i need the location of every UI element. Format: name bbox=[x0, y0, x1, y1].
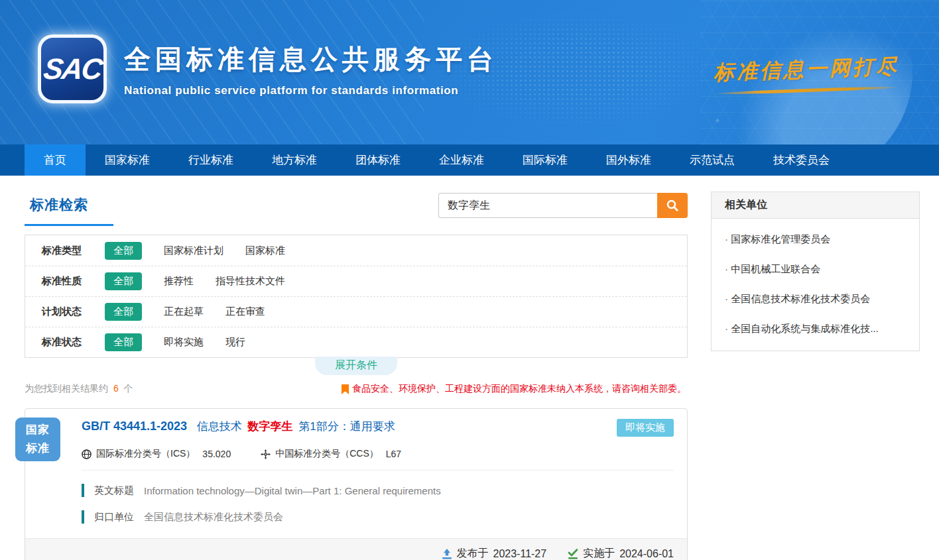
standard-code: GB/T 43441.1-2023 bbox=[82, 420, 187, 433]
main-nav: 首页 国家标准 行业标准 地方标准 团体标准 企业标准 国际标准 国外标准 示范… bbox=[0, 144, 939, 176]
content-area: 标准检索 标准类型 全部 国家标准计划 国家标准 bbox=[0, 176, 939, 560]
compass-icon bbox=[261, 449, 271, 459]
filter-row-plan-status: 计划状态 全部 正在起草 正在审查 bbox=[25, 296, 687, 327]
filter-label: 标准性质 bbox=[42, 275, 105, 288]
card-footer: 发布于 2023-11-27 实施于 2024-06-01 bbox=[25, 538, 687, 560]
slogan-text: 标准信息一网打尽 bbox=[713, 52, 899, 87]
related-unit-link[interactable]: 中国机械工业联合会 bbox=[712, 254, 919, 284]
search-section: 标准检索 bbox=[25, 192, 688, 226]
type-badge-line1: 国家 bbox=[15, 421, 60, 439]
result-count-suffix: 个 bbox=[124, 383, 133, 394]
filter-option[interactable]: 即将实施 bbox=[164, 336, 204, 349]
filter-panel: 标准类型 全部 国家标准计划 国家标准 标准性质 全部 推荐性 指导性技术文件 … bbox=[25, 235, 688, 358]
site-title-group: 全国标准信息公共服务平台 National public service pla… bbox=[124, 41, 498, 97]
expand-conditions-button[interactable]: 展开条件 bbox=[315, 357, 397, 375]
result-count-prefix: 为您找到相关结果约 bbox=[25, 383, 108, 394]
english-title-row: 英文标题 Information technology—Digital twin… bbox=[82, 484, 674, 497]
ccs-value: L67 bbox=[386, 449, 401, 459]
nav-item-group-standard[interactable]: 团体标准 bbox=[336, 144, 420, 176]
main-column: 标准检索 标准类型 全部 国家标准计划 国家标准 bbox=[25, 192, 688, 560]
related-unit-link[interactable]: 国家标准化管理委员会 bbox=[712, 225, 919, 254]
filter-option[interactable]: 国家标准 bbox=[245, 245, 285, 257]
publish-upload-icon bbox=[442, 549, 452, 559]
type-badge-line2: 标准 bbox=[15, 439, 60, 458]
search-box bbox=[438, 193, 688, 218]
related-unit-link[interactable]: 全国信息技术标准化技术委员会 bbox=[712, 284, 919, 314]
filter-row-standard-type: 标准类型 全部 国家标准计划 国家标准 bbox=[25, 235, 687, 266]
nav-item-foreign-standard[interactable]: 国外标准 bbox=[587, 144, 670, 176]
published-label: 发布于 bbox=[457, 547, 489, 560]
teal-bar-decoration bbox=[82, 484, 84, 497]
sac-logo: SAC bbox=[38, 34, 107, 103]
sidebar: 相关单位 国家标准化管理委员会 中国机械工业联合会 全国信息技术标准化技术委员会… bbox=[711, 192, 920, 560]
nav-item-local-standard[interactable]: 地方标准 bbox=[253, 144, 336, 176]
filter-label: 标准状态 bbox=[42, 336, 105, 349]
filter-all-button[interactable]: 全部 bbox=[105, 303, 142, 321]
card-title-row: GB/T 43441.1-2023 信息技术 数字孪生 第1部分：通用要求 即将… bbox=[82, 419, 674, 437]
related-units-title: 相关单位 bbox=[712, 192, 919, 219]
card-body: GB/T 43441.1-2023 信息技术 数字孪生 第1部分：通用要求 即将… bbox=[25, 409, 687, 538]
filter-option[interactable]: 正在起草 bbox=[164, 306, 204, 318]
search-input[interactable] bbox=[438, 193, 657, 218]
ics-value: 35.020 bbox=[202, 449, 231, 459]
slogan-underline-decoration bbox=[715, 85, 897, 95]
page-title: 标准检索 bbox=[25, 192, 113, 226]
nav-item-home[interactable]: 首页 bbox=[25, 144, 86, 176]
english-title-label: 英文标题 bbox=[94, 484, 134, 497]
filter-all-button[interactable]: 全部 bbox=[105, 272, 142, 290]
card-divider bbox=[82, 470, 674, 471]
nav-item-technical-committee[interactable]: 技术委员会 bbox=[754, 144, 849, 176]
header-slogan: 标准信息一网打尽 bbox=[714, 56, 899, 92]
ccs-meta: 中国标准分类号（CCS） L67 bbox=[261, 448, 401, 460]
filter-option[interactable]: 指导性技术文件 bbox=[216, 275, 285, 288]
ccs-label: 中国标准分类号（CCS） bbox=[275, 448, 379, 460]
published-date-item: 发布于 2023-11-27 bbox=[442, 547, 547, 560]
nav-item-international-standard[interactable]: 国际标准 bbox=[503, 144, 587, 176]
published-date: 2023-11-27 bbox=[493, 548, 547, 560]
sac-logo-text: SAC bbox=[41, 52, 103, 85]
standard-type-badge: 国家 标准 bbox=[15, 418, 60, 461]
standard-title-part1: 信息技术 bbox=[197, 420, 242, 433]
nav-item-industry-standard[interactable]: 行业标准 bbox=[169, 144, 253, 176]
site-subtitle: National public service platform for sta… bbox=[124, 84, 498, 97]
standard-title-link[interactable]: GB/T 43441.1-2023 信息技术 数字孪生 第1部分：通用要求 bbox=[82, 419, 395, 434]
filter-option[interactable]: 现行 bbox=[225, 336, 245, 349]
implement-check-icon bbox=[568, 549, 578, 559]
related-unit-link[interactable]: 全国自动化系统与集成标准化技... bbox=[712, 314, 919, 344]
ics-meta: 国际标准分类号（ICS） 35.020 bbox=[82, 448, 231, 460]
nav-item-enterprise-standard[interactable]: 企业标准 bbox=[420, 144, 503, 176]
nav-item-pilot-demo[interactable]: 示范试点 bbox=[670, 144, 754, 176]
standard-title-highlight: 数字孪生 bbox=[248, 420, 293, 433]
card-meta-row: 国际标准分类号（ICS） 35.020 bbox=[82, 448, 674, 460]
result-count: 为您找到相关结果约 6 个 bbox=[25, 383, 133, 395]
result-notice-text: 食品安全、环境保护、工程建设方面的国家标准未纳入本系统，请咨询相关部委。 bbox=[352, 383, 686, 395]
search-button[interactable] bbox=[657, 193, 688, 218]
competent-unit-row: 归口单位 全国信息技术标准化技术委员会 bbox=[82, 510, 674, 524]
implemented-date: 2024-06-01 bbox=[619, 548, 674, 560]
filter-row-standard-status: 标准状态 全部 即将实施 现行 bbox=[25, 327, 687, 357]
filter-all-button[interactable]: 全部 bbox=[105, 333, 142, 351]
filter-row-standard-nature: 标准性质 全部 推荐性 指导性技术文件 bbox=[25, 266, 687, 296]
result-meta-row: 为您找到相关结果约 6 个 食品安全、环境保护、工程建设方面的国家标准未纳入本系… bbox=[25, 383, 688, 395]
implemented-date-item: 实施于 2024-06-01 bbox=[568, 547, 674, 560]
english-title-value: Information technology—Digital twin—Part… bbox=[144, 485, 441, 496]
filter-option[interactable]: 推荐性 bbox=[164, 275, 194, 288]
page-header: SAC 全国标准信息公共服务平台 National public service… bbox=[0, 0, 939, 144]
standard-title-part2: 第1部分：通用要求 bbox=[298, 420, 395, 433]
filter-option[interactable]: 正在审查 bbox=[225, 306, 265, 318]
ics-label: 国际标准分类号（ICS） bbox=[96, 448, 195, 460]
result-card: 国家 标准 GB/T 43441.1-2023 信息技术 数字孪生 第1部分：通… bbox=[25, 408, 688, 560]
site-logo[interactable]: SAC 全国标准信息公共服务平台 National public service… bbox=[38, 34, 498, 103]
filter-all-button[interactable]: 全部 bbox=[105, 242, 142, 260]
teal-bar-decoration bbox=[82, 510, 84, 524]
filter-option[interactable]: 国家标准计划 bbox=[164, 245, 223, 257]
nav-item-national-standard[interactable]: 国家标准 bbox=[86, 144, 169, 176]
result-notice: 食品安全、环境保护、工程建设方面的国家标准未纳入本系统，请咨询相关部委。 bbox=[342, 383, 686, 395]
sac-logo-box: SAC bbox=[41, 38, 103, 100]
site-title: 全国标准信息公共服务平台 bbox=[124, 41, 498, 78]
search-icon bbox=[666, 199, 679, 212]
related-units-panel: 相关单位 国家标准化管理委员会 中国机械工业联合会 全国信息技术标准化技术委员会… bbox=[711, 192, 920, 351]
globe-icon bbox=[82, 449, 92, 459]
related-units-list: 国家标准化管理委员会 中国机械工业联合会 全国信息技术标准化技术委员会 全国自动… bbox=[712, 219, 919, 351]
competent-unit-label: 归口单位 bbox=[94, 511, 134, 524]
